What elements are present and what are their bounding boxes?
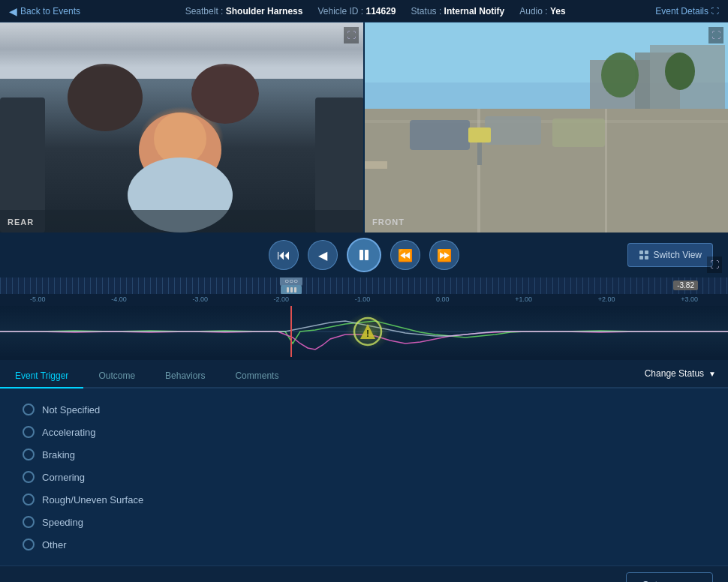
sensor-graph: !: [0, 306, 728, 357]
switch-view-button[interactable]: Switch View: [627, 243, 713, 267]
tab-behaviors-label: Behaviors: [165, 370, 205, 381]
svg-rect-20: [605, 109, 607, 232]
rear-camera-feed: [0, 22, 363, 232]
svg-rect-19: [477, 109, 480, 232]
vehicle-label: Vehicle ID :: [317, 6, 363, 16]
radio-other[interactable]: [23, 538, 35, 550]
back-arrow-icon: ◀: [9, 5, 17, 17]
tick-minus1: -1.00: [355, 296, 371, 304]
svg-point-5: [154, 112, 206, 165]
status-info: Status : Internal Notify: [411, 6, 505, 16]
scrubber-bar[interactable]: ○○○ -3.82: [0, 278, 728, 294]
expand-icon: ⛶: [711, 7, 719, 15]
back-to-events-button[interactable]: ◀ Back to Events: [9, 5, 80, 17]
svg-rect-32: [645, 256, 648, 260]
radio-speeding[interactable]: [23, 516, 35, 528]
label-rough-surface: Rough/Uneven Surface: [42, 494, 143, 506]
option-braking[interactable]: Braking: [23, 448, 705, 460]
graph-track[interactable]: !: [0, 306, 728, 357]
svg-point-16: [665, 52, 695, 90]
front-fullscreen-button[interactable]: ⛶: [708, 27, 723, 44]
skip-back-button[interactable]: ⏮: [269, 240, 299, 270]
tab-comments[interactable]: Comments: [220, 364, 293, 388]
handle-dot-1: [287, 287, 289, 292]
label-not-specified: Not Specified: [42, 404, 100, 416]
timeline-area: ○○○ -3.82 -5.00 -4.00 -3.00 -2.00 -1.00 …: [0, 278, 728, 360]
option-not-specified[interactable]: Not Specified: [23, 404, 705, 416]
option-cornering[interactable]: Cornering: [23, 471, 705, 483]
svg-rect-1: [0, 22, 363, 52]
rear-camera-label: REAR: [8, 218, 34, 226]
tab-outcome[interactable]: Outcome: [83, 364, 150, 388]
outcome-arrow-icon: →: [687, 579, 697, 582]
tick-plus3: +3.00: [681, 296, 698, 304]
svg-rect-27: [359, 250, 363, 260]
rear-camera-visual: [0, 22, 363, 232]
option-accelerating[interactable]: Accelerating: [23, 426, 705, 438]
radio-accelerating[interactable]: [23, 426, 35, 438]
tab-outcome-label: Outcome: [98, 370, 135, 381]
radio-braking[interactable]: [23, 448, 35, 460]
tab-event-trigger[interactable]: Event Trigger: [0, 364, 83, 388]
audio-value: Yes: [550, 6, 566, 16]
event-details-button[interactable]: Event Details ⛶: [655, 6, 719, 16]
tabs-bar: Event Trigger Outcome Behaviors Comments…: [0, 360, 728, 388]
audio-info: Audio : Yes: [519, 6, 565, 16]
radio-cornering[interactable]: [23, 471, 35, 483]
svg-point-3: [191, 64, 259, 124]
svg-rect-26: [468, 128, 491, 142]
fullscreen-button[interactable]: ⛶: [707, 256, 722, 273]
front-camera-panel: ⛶ FRONT: [365, 22, 728, 232]
rear-camera-panel: ⛶ REAR: [0, 22, 365, 232]
option-speeding[interactable]: Speeding: [23, 516, 705, 528]
svg-rect-22: [485, 116, 541, 145]
pause-button[interactable]: [347, 238, 381, 272]
change-status-button[interactable]: Change Status ▼: [633, 360, 728, 387]
tick-minus5: -5.00: [30, 296, 46, 304]
prev-frame-button[interactable]: ◀: [308, 240, 338, 270]
option-rough-surface[interactable]: Rough/Uneven Surface: [23, 494, 705, 506]
svg-rect-24: [365, 161, 387, 169]
topbar: ◀ Back to Events Seatbelt : Shoulder Har…: [0, 0, 728, 22]
back-label: Back to Events: [20, 6, 80, 16]
option-other[interactable]: Other: [23, 538, 705, 550]
outcome-button[interactable]: Outcome →: [626, 572, 713, 582]
svg-rect-0: [0, 22, 363, 79]
seatbelt-label: Seatbelt :: [185, 6, 224, 16]
radio-not-specified[interactable]: [23, 404, 35, 416]
handle-dot-2: [290, 287, 293, 292]
fast-forward-button[interactable]: ⏩: [429, 240, 459, 270]
svg-rect-29: [639, 250, 643, 254]
radio-rough-surface[interactable]: [23, 494, 35, 506]
tick-zero: 0.00: [436, 296, 450, 304]
data-readout: FPS: 30 FWD: +0.05 LAT: +0.01 TIME: -3.8…: [0, 357, 728, 360]
label-accelerating: Accelerating: [42, 427, 96, 438]
status-label: Status :: [411, 6, 442, 16]
front-camera-visual: [365, 22, 728, 232]
svg-rect-28: [365, 250, 369, 260]
seatbelt-value: Shoulder Harness: [226, 6, 303, 16]
label-speeding: Speeding: [42, 517, 83, 528]
audio-label: Audio :: [519, 6, 547, 16]
svg-rect-30: [645, 250, 648, 254]
timeline-tick-labels: -5.00 -4.00 -3.00 -2.00 -1.00 0.00 +1.00…: [0, 294, 728, 306]
scrubber-ticks: [0, 278, 728, 294]
label-other: Other: [42, 539, 67, 550]
action-bar: Outcome →: [0, 566, 728, 582]
tick-plus2: +2.00: [598, 296, 615, 304]
tab-behaviors[interactable]: Behaviors: [150, 364, 220, 388]
scrubber-handle[interactable]: [281, 285, 302, 294]
svg-text:!: !: [366, 328, 369, 339]
event-trigger-options: Not Specified Accelerating Braking Corne…: [23, 404, 705, 550]
scrubber-value: ○○○: [284, 278, 298, 285]
content-area: Not Specified Accelerating Braking Corne…: [0, 388, 728, 566]
svg-point-2: [68, 64, 143, 131]
svg-rect-23: [552, 118, 605, 147]
outcome-label: Outcome: [642, 579, 681, 582]
rear-fullscreen-button[interactable]: ⛶: [344, 27, 359, 44]
svg-rect-21: [410, 120, 470, 150]
pause-icon: [357, 248, 371, 262]
tab-comments-label: Comments: [235, 370, 278, 381]
change-status-label: Change Status: [645, 368, 704, 379]
rewind-button[interactable]: ⏪: [390, 240, 420, 270]
